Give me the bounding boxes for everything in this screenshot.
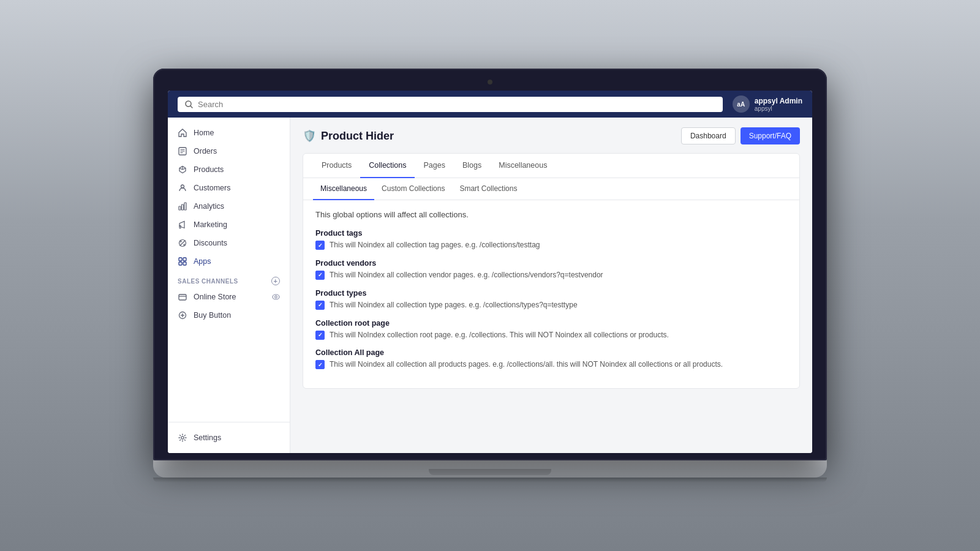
sidebar-label-orders: Orders: [194, 147, 217, 156]
checkbox-product-vendors[interactable]: [315, 271, 325, 280]
sub-tabs: Miscellaneous Custom Collections Smart C…: [303, 178, 799, 200]
user-sub: appsyl: [755, 105, 802, 112]
sidebar-footer: Settings: [168, 422, 290, 453]
checkbox-collection-root[interactable]: [315, 331, 325, 340]
content-body: This global options will affect all coll…: [303, 200, 799, 388]
svg-rect-20: [179, 262, 182, 265]
option-row-product-tags: This will Noindex all collection tag pag…: [315, 240, 787, 250]
svg-rect-10: [179, 206, 181, 210]
sidebar-label-marketing: Marketing: [194, 220, 227, 229]
search-icon: [185, 100, 193, 108]
option-row-product-types: This will Noindex all collection type pa…: [315, 300, 787, 310]
sidebar-label-buy-button: Buy Button: [194, 311, 231, 320]
sub-tab-custom-collections[interactable]: Custom Collections: [374, 178, 452, 200]
svg-point-9: [181, 185, 184, 188]
svg-rect-19: [183, 258, 186, 261]
app-container: aA appsyl Admin appsyl: [168, 91, 812, 453]
option-label-product-types: Product types: [315, 289, 787, 298]
tab-blogs[interactable]: Blogs: [454, 154, 490, 178]
discounts-icon: [178, 238, 187, 248]
svg-point-29: [181, 437, 184, 439]
main-card: Products Collections Pages Blogs Miscell…: [303, 153, 800, 389]
sidebar-label-analytics: Analytics: [194, 202, 224, 211]
sidebar-item-analytics[interactable]: Analytics: [168, 197, 290, 216]
sidebar-label-home: Home: [194, 129, 214, 137]
dashboard-button[interactable]: Dashboard: [681, 127, 736, 144]
user-area: aA appsyl Admin appsyl: [733, 96, 802, 113]
checkbox-collection-all[interactable]: [315, 360, 325, 369]
option-row-collection-all: This will Noindex all collection all pro…: [315, 359, 787, 370]
settings-icon: [178, 433, 187, 443]
content-area: 🛡️ Product Hider Dashboard Support/FAQ: [290, 118, 812, 453]
sidebar-item-customers[interactable]: Customers: [168, 179, 290, 197]
search-input[interactable]: [198, 100, 715, 109]
option-label-collection-all: Collection All page: [315, 348, 787, 357]
svg-rect-11: [182, 204, 184, 210]
support-button[interactable]: Support/FAQ: [741, 127, 800, 144]
sidebar-item-buy-button[interactable]: Buy Button: [168, 306, 290, 324]
sidebar-label-customers: Customers: [194, 184, 230, 192]
sidebar-label-online-store: Online Store: [194, 293, 236, 301]
svg-point-24: [273, 294, 279, 299]
sub-tab-smart-collections[interactable]: Smart Collections: [452, 178, 524, 200]
option-text-product-types: This will Noindex all collection type pa…: [330, 300, 578, 310]
sidebar-label-apps: Apps: [194, 257, 211, 266]
svg-rect-12: [184, 203, 186, 210]
svg-point-25: [275, 296, 277, 298]
option-collection-root: Collection root page This will NoIndex c…: [315, 319, 787, 340]
svg-line-8: [183, 168, 186, 170]
sidebar-item-products[interactable]: Products: [168, 160, 290, 179]
option-row-product-vendors: This will Noindex all collection vendor …: [315, 270, 787, 280]
main-tabs: Products Collections Pages Blogs Miscell…: [303, 154, 799, 178]
option-text-product-vendors: This will Noindex all collection vendor …: [330, 270, 603, 280]
sidebar-item-home[interactable]: Home: [168, 124, 290, 142]
sidebar-item-marketing[interactable]: Marketing: [168, 216, 290, 234]
sidebar-item-orders[interactable]: Orders: [168, 142, 290, 160]
option-product-tags: Product tags This will Noindex all colle…: [315, 229, 787, 250]
user-icon: aA: [733, 96, 750, 113]
orders-icon: [178, 146, 187, 156]
marketing-icon: [178, 220, 187, 230]
option-text-collection-all: This will Noindex all collection all pro…: [330, 359, 723, 370]
main-content: Home Orders: [168, 118, 812, 453]
tab-products[interactable]: Products: [313, 154, 360, 178]
sales-channels-header: SALES CHANNELS +: [168, 271, 290, 288]
option-product-vendors: Product vendors This will Noindex all co…: [315, 259, 787, 280]
sidebar-label-discounts: Discounts: [194, 239, 227, 247]
page-actions: Dashboard Support/FAQ: [681, 127, 800, 144]
tab-miscellaneous-main[interactable]: Miscellaneous: [490, 154, 556, 178]
sidebar-item-apps[interactable]: Apps: [168, 252, 290, 271]
option-label-product-vendors: Product vendors: [315, 259, 787, 268]
tab-pages[interactable]: Pages: [415, 154, 453, 178]
sidebar-item-discounts[interactable]: Discounts: [168, 234, 290, 252]
svg-rect-21: [183, 262, 186, 265]
svg-line-16: [180, 241, 186, 246]
option-collection-all: Collection All page This will Noindex al…: [315, 348, 787, 370]
sidebar-item-settings[interactable]: Settings: [168, 429, 290, 447]
sidebar-nav: Home Orders: [168, 118, 290, 422]
analytics-icon: [178, 201, 187, 211]
checkbox-product-tags[interactable]: [315, 241, 325, 250]
sidebar-label-settings: Settings: [194, 433, 221, 442]
customers-icon: [178, 183, 187, 193]
laptop-base: [153, 460, 827, 478]
laptop-shadow: [153, 478, 827, 482]
laptop-notch: [429, 469, 551, 475]
svg-line-7: [179, 168, 183, 170]
sidebar-item-online-store[interactable]: Online Store: [168, 288, 290, 306]
checkbox-product-types[interactable]: [315, 301, 325, 310]
sub-tab-miscellaneous[interactable]: Miscellaneous: [313, 178, 374, 200]
top-bar: aA appsyl Admin appsyl: [168, 91, 812, 118]
products-icon: [178, 165, 187, 174]
tab-collections[interactable]: Collections: [360, 154, 415, 178]
user-info: appsyl Admin appsyl: [755, 97, 802, 112]
home-icon: [178, 128, 187, 138]
option-product-types: Product types This will Noindex all coll…: [315, 289, 787, 310]
apps-icon: [178, 257, 187, 266]
online-store-visibility-icon[interactable]: [272, 294, 280, 300]
search-container[interactable]: [178, 97, 723, 112]
online-store-icon: [178, 292, 187, 302]
laptop-camera: [488, 80, 492, 84]
add-sales-channel-button[interactable]: +: [271, 277, 280, 285]
svg-rect-18: [179, 258, 182, 261]
